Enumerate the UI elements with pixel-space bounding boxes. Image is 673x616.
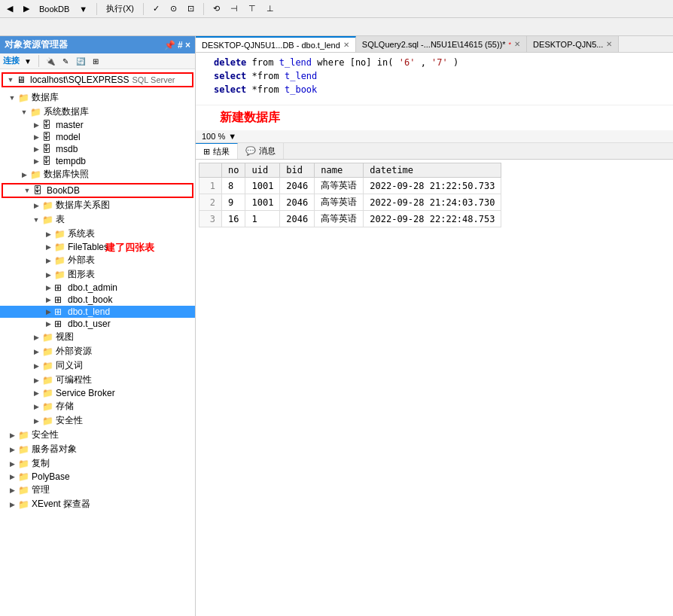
sys-tables-label: 系统表: [68, 227, 95, 240]
system-dbs-label: 系统数据库: [44, 105, 89, 118]
row-0-name: 高等英语: [315, 178, 364, 194]
t-admin-label: dbo.t_admin: [68, 282, 117, 293]
table-t-lend[interactable]: ⊞ dbo.t_lend: [0, 306, 195, 318]
t-book-label: dbo.t_book: [68, 294, 112, 305]
filter-btn[interactable]: ⊞: [90, 55, 102, 67]
databases-expand-icon: [6, 94, 18, 102]
execute-button[interactable]: 执行(X): [102, 2, 138, 16]
left-panel: 对象资源管理器 📌 # × 连接 ▼ 🔌 ✎ 🔄 ⊞ 🖥 localhost\S…: [0, 36, 196, 616]
results-msg-icon: 💬: [245, 146, 256, 156]
table-t-user[interactable]: ⊞ dbo.t_user: [0, 318, 195, 330]
server-node[interactable]: 🖥 localhost\SQLEXPRESS SQL Server: [3, 74, 192, 86]
sec-bookdb-label: 安全性: [56, 414, 83, 427]
annotation-new-db: 新建数据库: [208, 105, 292, 130]
tables-icon: 📁: [42, 215, 54, 225]
t-user-label: dbo.t_user: [68, 319, 111, 329]
results-tab-messages[interactable]: 💬 消息: [238, 143, 284, 159]
views-expand: [30, 334, 42, 341]
query-area[interactable]: delete from t_lend where [no] in( '6' , …: [196, 53, 673, 105]
connect-dropdown[interactable]: ▼: [21, 55, 35, 67]
tab-2-label: DESKTOP-QJN5...: [533, 40, 603, 49]
db-dropdown[interactable]: ▼: [75, 3, 91, 15]
prog-icon: 📁: [42, 375, 54, 386]
synonyms-node[interactable]: 📁 同义词: [0, 358, 195, 373]
edit-btn[interactable]: ✎: [59, 55, 72, 67]
model-label: model: [56, 132, 81, 142]
db-diagram-expand: [30, 202, 42, 209]
prog-expand: [30, 377, 42, 384]
ext-resources-node[interactable]: 📁 外部资源: [0, 344, 195, 358]
polybase-node[interactable]: 📁 PolyBase: [0, 471, 195, 483]
refresh-btn[interactable]: 🔄: [73, 55, 88, 67]
t-admin-icon: ⊞: [54, 282, 66, 293]
db-selector-label: BookDB: [36, 5, 72, 14]
external-tables-node[interactable]: 📁 外部表: [0, 253, 195, 267]
results-panel: ⊞ 结果 💬 消息 no uid bid na: [196, 143, 673, 616]
col-datetime: datetime: [364, 163, 501, 178]
format-btn3[interactable]: ⊤: [245, 2, 260, 15]
disconnect-btn[interactable]: 🔌: [43, 55, 58, 67]
service-broker-node[interactable]: 📁 Service Broker: [0, 387, 195, 399]
tab-1-modified: *: [509, 41, 512, 48]
stop-button[interactable]: ⊡: [184, 2, 198, 15]
sep3: [203, 3, 204, 15]
tab-2[interactable]: DESKTOP-QJN5... ✕: [527, 36, 619, 52]
xevent-icon: 📁: [18, 499, 30, 510]
graph-tables-node[interactable]: 📁 图形表: [0, 267, 195, 282]
tab-0[interactable]: DESKTOP-QJN5U1...DB - dbo.t_lend ✕: [196, 36, 356, 52]
row-2-datetime: 2022-09-28 22:22:48.753: [364, 211, 501, 227]
debug-button[interactable]: ⊙: [166, 2, 181, 15]
tab-1-close[interactable]: ✕: [514, 40, 520, 48]
tables-node[interactable]: 📁 表: [0, 212, 195, 227]
table-t-book[interactable]: ⊞ dbo.t_book: [0, 294, 195, 306]
row-0-uid: 1001: [245, 178, 280, 194]
forward-button[interactable]: ▶: [20, 2, 33, 15]
results-table: no uid bid name datetime 1 8 1001 2046: [199, 163, 501, 227]
format-btn1[interactable]: ⟲: [209, 2, 224, 15]
views-node[interactable]: 📁 视图: [0, 330, 195, 344]
xevent-node[interactable]: 📁 XEvent 探查器: [0, 497, 195, 511]
bookdb-node[interactable]: 🗄 BookDB: [3, 184, 192, 197]
snapshots-label: 数据库快照: [44, 168, 89, 181]
panel-title: 对象资源管理器 📌 # ×: [0, 36, 195, 53]
storage-node[interactable]: 📁 存储: [0, 399, 195, 413]
results-tab-results[interactable]: ⊞ 结果: [196, 143, 238, 159]
row-num-0: 1: [199, 178, 222, 194]
db-snapshots-node[interactable]: 📁 数据库快照: [0, 167, 195, 181]
system-dbs-node[interactable]: 📁 系统数据库: [0, 105, 195, 119]
check-button[interactable]: ✓: [149, 2, 163, 15]
panel-sep: [38, 55, 39, 67]
programmability-node[interactable]: 📁 可编程性: [0, 373, 195, 387]
query-line-1: select *from t_lend: [202, 69, 667, 83]
tab-0-close[interactable]: ✕: [343, 41, 349, 49]
format-btn2[interactable]: ⊣: [227, 2, 242, 15]
graph-tables-icon: 📁: [54, 270, 66, 280]
filetables-expand: [42, 243, 54, 251]
tree-item-msdb[interactable]: 🗄 msdb: [0, 143, 195, 155]
zoom-dropdown[interactable]: ▼: [228, 132, 236, 141]
table-t-admin[interactable]: ⊞ dbo.t_admin: [0, 282, 195, 294]
replication-node[interactable]: 📁 复制: [0, 456, 195, 471]
management-node[interactable]: 📁 管理: [0, 483, 195, 497]
back-button[interactable]: ◀: [3, 2, 17, 15]
msdb-expand: [30, 145, 42, 153]
databases-node[interactable]: 📁 数据库: [0, 90, 195, 105]
panel-pin[interactable]: 📌 # ×: [164, 40, 190, 50]
row-0-bid: 2046: [280, 178, 315, 194]
ext-tables-icon: 📁: [54, 255, 66, 266]
system-tables-node[interactable]: 📁 系统表: [0, 227, 195, 241]
tree-item-master[interactable]: 🗄 master: [0, 119, 195, 131]
polybase-expand: [6, 473, 18, 480]
root-security-node[interactable]: 📁 安全性: [0, 428, 195, 442]
row-2-no: 16: [222, 211, 245, 227]
tree-item-tempdb[interactable]: 🗄 tempdb: [0, 155, 195, 167]
db-diagram-node[interactable]: 📁 数据库关系图: [0, 198, 195, 212]
server-objects-node[interactable]: 📁 服务器对象: [0, 442, 195, 456]
tab-1[interactable]: SQLQuery2.sql -...N5U1E\14615 (55))* * ✕: [356, 36, 527, 52]
filetables-node[interactable]: 📁 FileTables: [0, 241, 195, 253]
sec-bookdb-expand: [30, 417, 42, 425]
security-bookdb-node[interactable]: 📁 安全性: [0, 413, 195, 428]
tab-2-close[interactable]: ✕: [606, 40, 612, 48]
format-btn4[interactable]: ⊥: [263, 2, 278, 15]
tree-item-model[interactable]: 🗄 model: [0, 131, 195, 143]
